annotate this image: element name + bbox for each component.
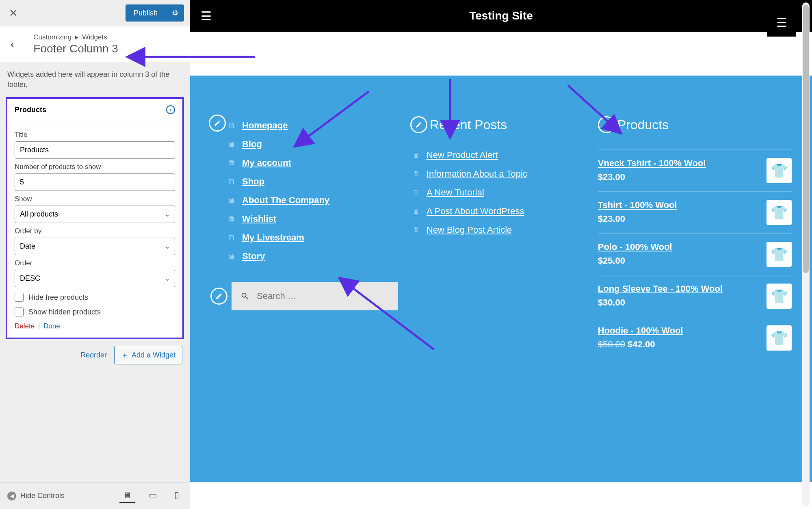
title-input[interactable]: [15, 141, 175, 159]
list-item: 🗎New Product Alert: [413, 146, 586, 165]
product-price: $50.00$42.00: [598, 339, 683, 350]
gear-icon: ⚙: [172, 9, 178, 17]
edit-widget-button[interactable]: [410, 116, 427, 133]
breadcrumb: Customizing ▸ Widgets Footer Column 3: [25, 26, 126, 62]
product-thumbnail: 👕: [767, 325, 792, 351]
product-link[interactable]: Vneck Tshirt - 100% Wool: [598, 158, 706, 169]
back-button[interactable]: ‹: [0, 29, 25, 60]
hide-controls-button[interactable]: ◀ Hide Controls: [7, 492, 65, 500]
widget-card-products: Products ▲ Title Number of products to s…: [6, 97, 184, 339]
scrollbar-track[interactable]: [802, 2, 810, 507]
search-icon: [240, 292, 249, 301]
product-link[interactable]: Tshirt - 100% Wool: [598, 200, 677, 210]
orderby-select[interactable]: Date ⌄: [15, 238, 175, 255]
pencil-icon: [603, 121, 610, 128]
product-price: $23.00: [598, 172, 706, 182]
document-icon: 🗎: [228, 140, 236, 149]
edit-widget-button[interactable]: [210, 288, 227, 305]
add-widget-label: Add a Widget: [132, 351, 175, 360]
product-info: Polo - 100% Wool$25.00: [598, 242, 672, 266]
nav-link[interactable]: My account: [242, 158, 291, 168]
publish-settings-button[interactable]: ⚙: [166, 4, 184, 22]
show-hidden-checkbox[interactable]: [15, 308, 24, 316]
show-select[interactable]: All products ⌄: [15, 206, 175, 223]
site-preview: ☰ Testing Site ☰ 🗎Homepage🗎Blog🗎My accou…: [190, 0, 812, 509]
document-icon: 🗎: [413, 188, 420, 197]
title-label: Title: [15, 131, 175, 139]
collapse-icon[interactable]: ▲: [166, 105, 175, 114]
show-label: Show: [15, 195, 175, 203]
list-item: 🗎Information About a Topic: [413, 165, 586, 183]
product-link[interactable]: Polo - 100% Wool: [598, 242, 672, 252]
list-item: 🗎My account: [228, 154, 398, 172]
product-link[interactable]: Long Sleeve Tee - 100% Wool: [598, 284, 723, 294]
orderby-value: Date: [20, 242, 35, 251]
scrollbar-thumb[interactable]: [803, 5, 809, 273]
document-icon: 🗎: [228, 178, 236, 186]
close-icon[interactable]: ✕: [6, 4, 21, 23]
mobile-icon[interactable]: ▯: [171, 488, 182, 503]
nav-link[interactable]: My Livestream: [242, 232, 304, 243]
footer-col-3: Products Vneck Tshirt - 100% Wool$23.00👕…: [598, 116, 792, 457]
hide-free-checkbox[interactable]: [15, 293, 24, 302]
post-link[interactable]: New Product Alert: [427, 150, 498, 160]
product-info: Long Sleeve Tee - 100% Wool$30.00: [598, 284, 723, 308]
post-link[interactable]: A New Tutorial: [427, 187, 484, 198]
edit-widget-button[interactable]: [209, 115, 226, 132]
nav-link[interactable]: Homepage: [242, 120, 288, 131]
document-icon: 🗎: [228, 234, 236, 242]
widget-name: Products: [15, 106, 46, 114]
order-select[interactable]: DESC ⌄: [15, 270, 175, 287]
breadcrumb-row: ‹ Customizing ▸ Widgets Footer Column 3: [0, 26, 190, 62]
count-input[interactable]: [15, 173, 175, 191]
pencil-icon: [214, 119, 221, 127]
product-info: Hoodie - 100% Wool$50.00$42.00: [598, 325, 683, 350]
product-item: Tshirt - 100% Wool$23.00👕: [598, 191, 792, 233]
count-label: Number of products to show: [15, 163, 175, 171]
document-icon: 🗎: [413, 170, 420, 178]
nav-link[interactable]: Story: [242, 251, 265, 262]
tablet-icon[interactable]: ▭: [145, 488, 160, 503]
publish-group: Publish ⚙: [126, 4, 184, 22]
nav-link[interactable]: Shop: [242, 176, 264, 187]
publish-button[interactable]: Publish: [126, 4, 166, 22]
list-item: 🗎Blog: [228, 135, 398, 154]
add-widget-button[interactable]: ＋ Add a Widget: [114, 346, 182, 364]
product-link[interactable]: Hoodie - 100% Wool: [598, 325, 683, 336]
hide-controls-label: Hide Controls: [20, 492, 65, 500]
widget-heading-products: Products: [617, 117, 669, 132]
menu-icon[interactable]: ☰: [190, 9, 222, 23]
document-icon: 🗎: [228, 121, 236, 130]
post-link[interactable]: Information About a Topic: [427, 169, 527, 179]
section-description: Widgets added here will appear in column…: [0, 62, 190, 97]
product-info: Tshirt - 100% Wool$23.00: [598, 200, 677, 224]
nav-link[interactable]: About The Company: [242, 195, 329, 206]
nav-link[interactable]: Wishlist: [242, 214, 276, 224]
site-title: Testing Site: [469, 9, 533, 22]
list-item: 🗎A Post About WordPress: [413, 202, 586, 221]
customizer-sidebar: ✕ Publish ⚙ ‹ Customizing ▸ Widgets Foot…: [0, 0, 190, 509]
post-link[interactable]: A Post About WordPress: [427, 206, 524, 217]
menu-overlay-button[interactable]: ☰: [767, 8, 796, 37]
edit-widget-button[interactable]: [598, 116, 615, 133]
chevron-down-icon: ⌄: [165, 210, 170, 218]
product-item: Vneck Tshirt - 100% Wool$23.00👕: [598, 149, 792, 191]
search-input[interactable]: [257, 291, 389, 301]
widget-header[interactable]: Products ▲: [7, 99, 182, 121]
product-thumbnail: 👕: [767, 158, 792, 183]
post-link[interactable]: New Blog Post Article: [427, 225, 512, 235]
hide-free-label: Hide free products: [28, 293, 88, 302]
list-item: 🗎Story: [228, 247, 398, 266]
product-info: Vneck Tshirt - 100% Wool$23.00: [598, 158, 706, 182]
preview-topbar: ☰ Testing Site: [190, 0, 812, 32]
list-item: 🗎About The Company: [228, 191, 398, 210]
show-value: All products: [20, 210, 58, 219]
done-link[interactable]: Done: [43, 322, 60, 330]
product-item: Long Sleeve Tee - 100% Wool$30.00👕: [598, 275, 792, 317]
chevron-down-icon: ⌄: [165, 275, 170, 282]
reorder-link[interactable]: Reorder: [80, 351, 107, 360]
hamburger-icon: ☰: [776, 15, 787, 30]
desktop-icon[interactable]: 🖥: [119, 488, 135, 503]
delete-link[interactable]: Delete: [15, 322, 35, 330]
nav-link[interactable]: Blog: [242, 139, 262, 149]
